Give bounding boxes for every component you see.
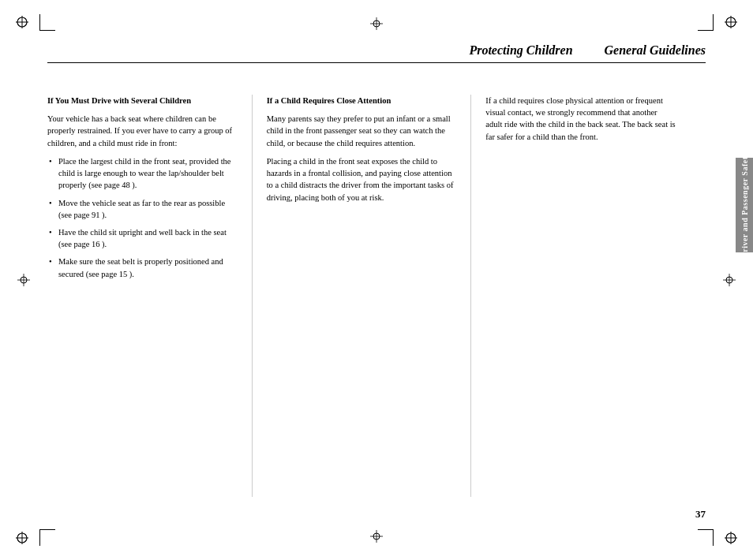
column-1: If You Must Drive with Several Children … [47, 95, 253, 497]
col1-title: If You Must Drive with Several Children [47, 95, 238, 106]
col3-text: If a child requires close physical atten… [485, 95, 676, 143]
bullet-4: Make sure the seat belt is properly posi… [47, 256, 238, 279]
col2-para2: Placing a child in the front seat expose… [267, 155, 457, 203]
main-content: If You Must Drive with Several Children … [47, 95, 690, 497]
crosshair-right-center [723, 274, 736, 286]
header-general-guidelines: General Guidelines [605, 43, 706, 58]
crosshair-bottom-center [370, 530, 383, 543]
sidebar-tab: Driver and Passenger Safety [736, 158, 753, 252]
page: Protecting Children General Guidelines I… [0, 0, 753, 560]
corner-line-br-h [698, 529, 714, 530]
crosshair-top-center [370, 17, 383, 30]
column-3: If a child requires close physical atten… [471, 95, 690, 497]
col1-intro: Your vehicle has a back seat where child… [47, 113, 238, 149]
corner-mark-top-left [14, 14, 36, 36]
sidebar-tab-label: Driver and Passenger Safety [740, 152, 749, 259]
col2-para1: Many parents say they prefer to put an i… [267, 113, 457, 149]
page-number: 37 [695, 508, 706, 521]
crosshair-left-center [17, 274, 30, 286]
corner-mark-bottom-right [717, 524, 739, 546]
bullet-3: Have the child sit upright and well back… [47, 226, 238, 250]
corner-mark-top-right [717, 14, 739, 36]
page-header: Protecting Children General Guidelines [47, 43, 706, 63]
corner-mark-bottom-left [14, 524, 36, 546]
bullet-1: Place the largest child in the front sea… [47, 155, 238, 192]
header-protecting-children: Protecting Children [469, 43, 572, 58]
bullet-2: Move the vehicle seat as far to the rear… [47, 197, 238, 221]
corner-line-tl-v [39, 14, 40, 30]
col1-bullets: Place the largest child in the front sea… [47, 155, 238, 280]
corner-line-bl-h [39, 529, 55, 530]
corner-line-bl-v [39, 530, 40, 546]
corner-line-tl-h [39, 30, 55, 31]
corner-line-tr-h [698, 30, 714, 31]
corner-line-br-v [713, 530, 714, 546]
column-2: If a Child Requires Close Attention Many… [253, 95, 472, 497]
col2-title: If a Child Requires Close Attention [267, 95, 457, 106]
corner-line-tr-v [713, 14, 714, 30]
